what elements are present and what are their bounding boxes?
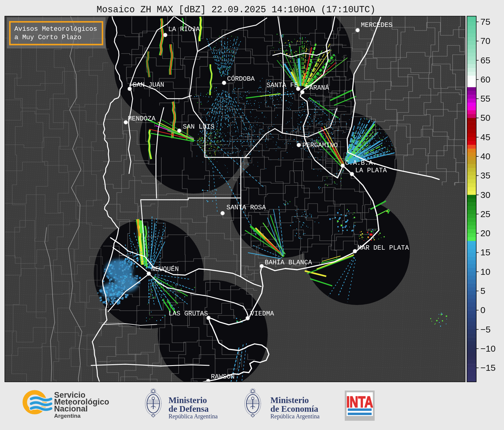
svg-text:Nacional: Nacional — [54, 404, 88, 413]
svg-text:0: 0 — [480, 305, 485, 315]
svg-text:50: 50 — [480, 113, 490, 123]
svg-text:35: 35 — [480, 170, 490, 180]
svg-text:CÓRDOBA: CÓRDOBA — [227, 75, 255, 83]
svg-text:55: 55 — [480, 94, 490, 103]
svg-text:Ministerio: Ministerio — [270, 395, 309, 405]
svg-text:30: 30 — [480, 190, 490, 200]
svg-text:RAWSON: RAWSON — [211, 373, 235, 381]
svg-text:NEUQUÉN: NEUQUÉN — [151, 265, 179, 273]
svg-text:de Economía: de Economía — [270, 404, 318, 414]
svg-text:SAN JUAN: SAN JUAN — [133, 81, 164, 89]
svg-text:República Argentina: República Argentina — [168, 413, 218, 420]
svg-text:SANTA ROSA: SANTA ROSA — [226, 204, 266, 211]
svg-text:25: 25 — [480, 209, 490, 219]
svg-text:PARANÁ: PARANÁ — [305, 84, 329, 92]
svg-text:LA RIOJA: LA RIOJA — [168, 26, 200, 33]
svg-text:70: 70 — [480, 36, 490, 46]
svg-text:SAN LUIS: SAN LUIS — [183, 123, 215, 131]
svg-text:15: 15 — [480, 247, 490, 257]
svg-text:Mosaico ZH MAX [dBZ] 22.09.202: Mosaico ZH MAX [dBZ] 22.09.2025 14:10HOA… — [96, 5, 375, 15]
svg-text:de Defensa: de Defensa — [168, 404, 209, 414]
svg-text:−5: −5 — [480, 324, 491, 334]
svg-text:República Argentina: República Argentina — [270, 413, 320, 420]
svg-text:INTA: INTA — [346, 393, 373, 411]
svg-text:40: 40 — [480, 151, 490, 161]
svg-text:LA PLATA: LA PLATA — [355, 167, 387, 174]
svg-text:a Muy Corto Plazo: a Muy Corto Plazo — [14, 34, 81, 41]
svg-text:20: 20 — [480, 228, 490, 238]
svg-text:−15: −15 — [480, 363, 496, 373]
svg-text:BAHÍA BLANCA: BAHÍA BLANCA — [265, 259, 312, 266]
svg-text:VIEDMA: VIEDMA — [250, 310, 274, 318]
svg-text:C.A.B.A.: C.A.B.A. — [345, 159, 377, 167]
svg-text:75: 75 — [480, 17, 490, 27]
svg-text:5: 5 — [480, 286, 485, 296]
svg-text:PERGAMINO: PERGAMINO — [302, 142, 338, 149]
svg-text:MERCEDES: MERCEDES — [361, 22, 393, 29]
svg-text:SANTA FE: SANTA FE — [266, 82, 298, 89]
svg-text:45: 45 — [480, 132, 490, 142]
svg-text:LAS GRUTAS: LAS GRUTAS — [168, 310, 208, 318]
svg-text:10: 10 — [480, 267, 490, 277]
svg-text:Avisos Meteorológicos: Avisos Meteorológicos — [14, 25, 97, 33]
svg-text:65: 65 — [480, 55, 490, 65]
svg-text:MAR DEL PLATA: MAR DEL PLATA — [358, 244, 409, 252]
svg-text:Argentina: Argentina — [54, 413, 81, 419]
svg-text:MENDOZA: MENDOZA — [128, 115, 156, 123]
svg-text:Ministerio: Ministerio — [168, 395, 207, 405]
svg-text:60: 60 — [480, 74, 490, 84]
svg-text:−10: −10 — [480, 344, 496, 353]
